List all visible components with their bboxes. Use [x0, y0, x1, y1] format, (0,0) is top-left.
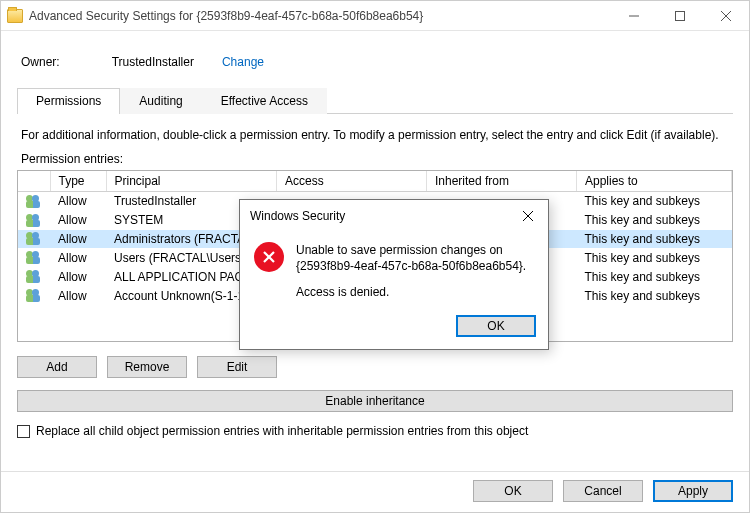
tab-effective-access[interactable]: Effective Access — [202, 88, 327, 114]
apply-button[interactable]: Apply — [653, 480, 733, 502]
col-applies[interactable]: Applies to — [577, 171, 732, 192]
maximize-button[interactable] — [657, 1, 703, 31]
titlebar: Advanced Security Settings for {2593f8b9… — [1, 1, 749, 31]
col-inherited[interactable]: Inherited from — [427, 171, 577, 192]
close-button[interactable] — [703, 1, 749, 31]
cell-applies: This key and subkeys — [577, 230, 732, 249]
error-line1: Unable to save permission changes on {25… — [296, 242, 534, 274]
col-principal[interactable]: Principal — [106, 171, 277, 192]
info-text: For additional information, double-click… — [21, 128, 729, 142]
error-dialog-title: Windows Security — [250, 209, 514, 223]
replace-checkbox[interactable] — [17, 425, 30, 438]
col-type[interactable]: Type — [50, 171, 106, 192]
cell-applies: This key and subkeys — [577, 267, 732, 286]
error-ok-button[interactable]: OK — [456, 315, 536, 337]
tab-auditing[interactable]: Auditing — [120, 88, 201, 114]
error-line2: Access is denied. — [296, 284, 534, 300]
principal-icon — [26, 214, 42, 228]
entries-label: Permission entries: — [21, 152, 729, 166]
owner-value: TrustedInstaller — [112, 55, 194, 69]
cell-applies: This key and subkeys — [577, 248, 732, 267]
edit-button[interactable]: Edit — [197, 356, 277, 378]
cell-applies: This key and subkeys — [577, 286, 732, 305]
folder-icon — [7, 9, 23, 23]
principal-icon — [26, 289, 42, 303]
col-access[interactable]: Access — [277, 171, 427, 192]
principal-icon — [26, 270, 42, 284]
cell-type: Allow — [50, 286, 106, 305]
cancel-button[interactable]: Cancel — [563, 480, 643, 502]
enable-inheritance-button[interactable]: Enable inheritance — [17, 390, 733, 412]
window-title: Advanced Security Settings for {2593f8b9… — [29, 9, 611, 23]
cell-type: Allow — [50, 230, 106, 249]
table-buttons: Add Remove Edit — [17, 356, 733, 378]
ok-button[interactable]: OK — [473, 480, 553, 502]
principal-icon — [26, 232, 42, 246]
cell-type: Allow — [50, 248, 106, 267]
owner-row: Owner: TrustedInstaller Change — [21, 55, 733, 69]
tab-permissions[interactable]: Permissions — [17, 88, 120, 114]
cell-type: Allow — [50, 211, 106, 230]
replace-label: Replace all child object permission entr… — [36, 424, 528, 438]
cell-applies: This key and subkeys — [577, 192, 732, 211]
add-button[interactable]: Add — [17, 356, 97, 378]
error-dialog-titlebar: Windows Security — [240, 200, 548, 232]
error-icon — [254, 242, 284, 272]
cell-type: Allow — [50, 192, 106, 211]
principal-icon — [26, 251, 42, 265]
svg-rect-1 — [676, 11, 685, 20]
replace-checkbox-row[interactable]: Replace all child object permission entr… — [17, 424, 733, 438]
cell-applies: This key and subkeys — [577, 211, 732, 230]
principal-icon — [26, 195, 42, 209]
error-dialog: Windows Security Unable to save permissi… — [239, 199, 549, 350]
tab-bar: Permissions Auditing Effective Access — [17, 87, 733, 114]
minimize-button[interactable] — [611, 1, 657, 31]
owner-label: Owner: — [21, 55, 60, 69]
error-dialog-close-button[interactable] — [514, 206, 542, 226]
table-header-row: Type Principal Access Inherited from App… — [18, 171, 732, 192]
change-owner-link[interactable]: Change — [222, 55, 264, 69]
cell-type: Allow — [50, 267, 106, 286]
error-text: Unable to save permission changes on {25… — [296, 242, 534, 301]
dialog-footer: OK Cancel Apply — [473, 480, 733, 502]
remove-button[interactable]: Remove — [107, 356, 187, 378]
footer-separator — [1, 471, 749, 472]
